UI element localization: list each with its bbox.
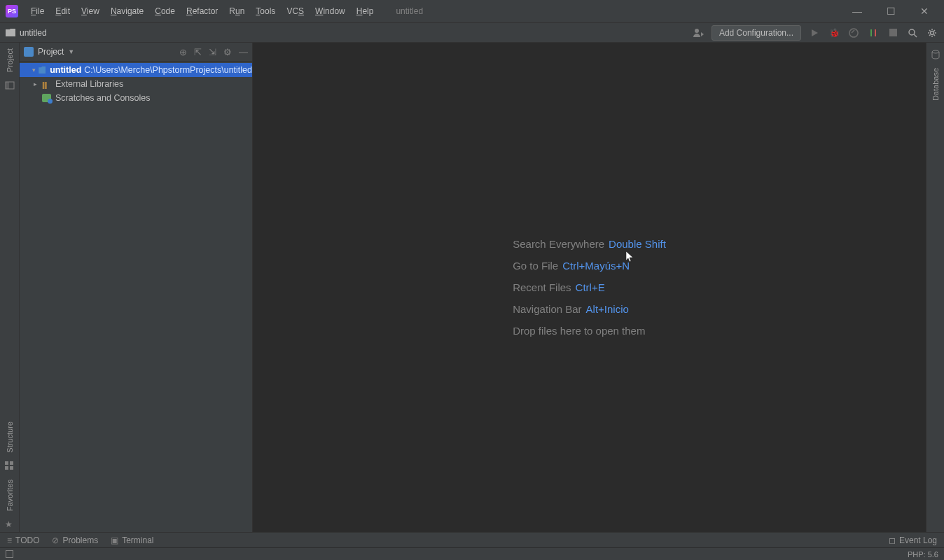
mouse-cursor-icon (626, 251, 634, 262)
warning-icon: ⊘ (52, 536, 59, 545)
app-icon: PS (6, 5, 18, 18)
panel-gear-icon[interactable]: ⚙ (223, 47, 232, 57)
menu-tools[interactable]: Tools (250, 4, 281, 19)
svg-point-2 (909, 29, 915, 35)
tree-libraries-label: External Libraries (55, 79, 123, 89)
chevron-down-icon[interactable]: ▾ (32, 66, 39, 74)
tool-event-log-label: Event Log (899, 536, 937, 545)
close-icon[interactable]: ✕ (916, 6, 933, 17)
project-panel-header: Project ▼ ⊕ ⇱ ⇲ ⚙ — (20, 43, 252, 62)
stop-icon[interactable] (887, 27, 899, 39)
tool-terminal-label: Terminal (122, 536, 153, 545)
menu-run[interactable]: Run (223, 4, 250, 19)
locate-icon[interactable]: ⊕ (179, 47, 187, 57)
project-tool-icon[interactable] (5, 80, 15, 90)
run-icon[interactable] (808, 27, 821, 39)
menu-edit[interactable]: Edit (50, 4, 76, 19)
menu-vcs[interactable]: VCS (281, 4, 310, 19)
tab-favorites[interactable]: Favorites (4, 474, 15, 517)
menu-refactor[interactable]: Refactor (181, 4, 223, 19)
hint-recent-key: Ctrl+E (576, 281, 605, 293)
window-title: untitled (396, 6, 423, 16)
svg-rect-7 (10, 461, 13, 465)
tool-todo-label: TODO (15, 536, 39, 545)
svg-point-3 (931, 31, 934, 34)
project-tool-window: Project ▼ ⊕ ⇱ ⇲ ⚙ — ▾ untitled C:\Users\… (20, 43, 253, 532)
hint-drop: Drop files here to open them (513, 325, 645, 337)
navigation-bar: untitled Add Configuration... 🐞 (0, 23, 944, 43)
svg-rect-9 (10, 466, 13, 470)
svg-rect-8 (5, 466, 8, 470)
tool-todo[interactable]: ≡ TODO (7, 536, 39, 545)
tab-structure[interactable]: Structure (4, 416, 15, 458)
svg-point-0 (695, 29, 699, 33)
list-icon: ≡ (7, 536, 12, 545)
tool-event-log[interactable]: ◻ Event Log (889, 536, 937, 545)
tree-scratches[interactable]: Scratches and Consoles (20, 91, 252, 105)
svg-rect-1 (889, 29, 897, 36)
menu-file[interactable]: File (25, 4, 50, 19)
hint-goto-label: Go to File (513, 260, 558, 272)
menu-code[interactable]: Code (149, 4, 181, 19)
tree-external-libraries[interactable]: ▸ External Libraries (20, 77, 252, 91)
search-icon[interactable] (906, 27, 919, 39)
expand-all-icon[interactable]: ⇱ (194, 47, 202, 57)
breadcrumb-project[interactable]: untitled (20, 28, 47, 38)
coverage-icon[interactable] (847, 27, 860, 39)
hide-panel-icon[interactable]: — (239, 47, 248, 57)
menu-window[interactable]: Window (310, 4, 351, 19)
editor-empty-hints: Search EverywhereDouble Shift Go to File… (513, 228, 666, 346)
project-view-icon (24, 47, 34, 57)
bottom-tool-bar: ≡ TODO ⊘ Problems ▣ Terminal ◻ Event Log (0, 532, 944, 547)
database-icon[interactable] (931, 50, 940, 59)
chevron-down-icon[interactable]: ▼ (68, 48, 74, 55)
editor-area[interactable]: Search EverywhereDouble Shift Go to File… (253, 43, 926, 532)
minimize-icon[interactable]: — (849, 6, 866, 17)
tab-database[interactable]: Database (930, 62, 941, 106)
gear-icon[interactable] (926, 27, 938, 39)
libraries-icon (42, 80, 51, 88)
svg-rect-5 (6, 82, 9, 89)
menu-view[interactable]: View (76, 4, 105, 19)
project-panel-title[interactable]: Project (38, 47, 64, 57)
hint-search-key: Double Shift (609, 238, 666, 250)
add-configuration-button[interactable]: Add Configuration... (712, 25, 801, 41)
status-bar: PHP: 5.6 (0, 547, 944, 560)
hint-goto-key: Ctrl+Mayús+N (562, 260, 630, 272)
right-gutter: Database (926, 43, 944, 532)
structure-icon[interactable] (5, 461, 15, 471)
star-icon[interactable]: ★ (5, 519, 15, 529)
debug-icon[interactable]: 🐞 (828, 27, 840, 39)
folder-icon (6, 29, 15, 36)
menu-navigate[interactable]: Navigate (105, 4, 149, 19)
project-tree: ▾ untitled C:\Users\Merche\PhpstormProje… (20, 62, 252, 106)
hint-nav-key: Alt+Inicio (586, 303, 629, 315)
chevron-right-icon[interactable]: ▸ (34, 80, 42, 88)
bubble-icon: ◻ (889, 536, 896, 545)
scratches-icon (42, 94, 51, 102)
tree-scratches-label: Scratches and Consoles (55, 93, 151, 103)
git-icon[interactable] (867, 27, 880, 39)
maximize-icon[interactable]: ☐ (882, 6, 899, 17)
svg-point-10 (932, 50, 939, 53)
tree-root-path: C:\Users\Merche\PhpstormProjects\untitle… (84, 65, 252, 75)
terminal-icon: ▣ (111, 536, 118, 545)
hint-search-label: Search Everywhere (513, 238, 604, 250)
hint-nav-label: Navigation Bar (513, 303, 581, 315)
svg-rect-6 (5, 461, 8, 465)
menu-help[interactable]: Help (351, 4, 380, 19)
tool-windows-toggle-icon[interactable] (6, 550, 13, 558)
tab-project[interactable]: Project (4, 43, 15, 78)
collapse-all-icon[interactable]: ⇲ (209, 47, 216, 57)
status-php[interactable]: PHP: 5.6 (908, 550, 938, 559)
tree-root-name: untitled (50, 65, 81, 75)
menu-bar: PS File Edit View Navigate Code Refactor… (0, 0, 944, 23)
hint-recent-label: Recent Files (513, 281, 571, 293)
user-add-icon[interactable] (692, 27, 704, 39)
left-gutter: Project Structure Favorites ★ (0, 43, 20, 532)
tool-problems[interactable]: ⊘ Problems (52, 536, 98, 545)
tree-root[interactable]: ▾ untitled C:\Users\Merche\PhpstormProje… (20, 63, 252, 77)
folder-icon (39, 66, 46, 74)
tool-terminal[interactable]: ▣ Terminal (111, 536, 153, 545)
tool-problems-label: Problems (62, 536, 98, 545)
